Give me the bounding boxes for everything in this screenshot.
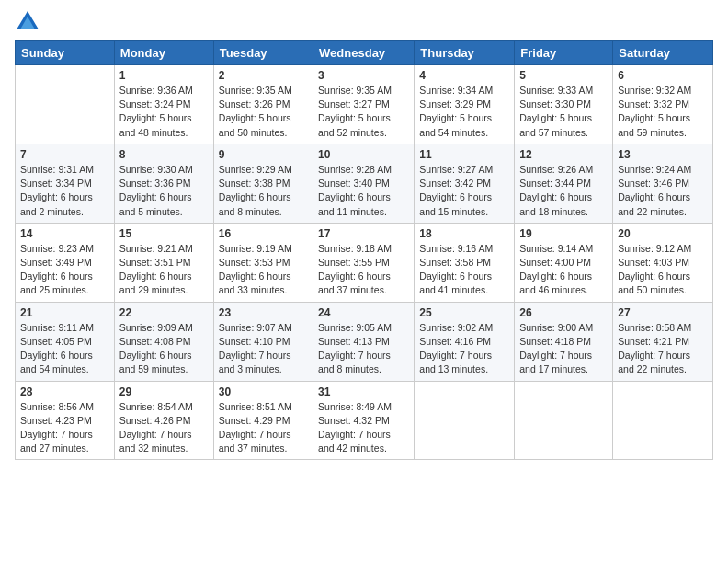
day-info: Sunrise: 9:00 AM Sunset: 4:18 PM Dayligh… [519,321,608,377]
calendar-cell: 27Sunrise: 8:58 AM Sunset: 4:21 PM Dayli… [613,302,713,381]
day-info: Sunrise: 9:33 AM Sunset: 3:30 PM Dayligh… [519,84,608,140]
day-info: Sunrise: 9:18 AM Sunset: 3:55 PM Dayligh… [318,242,409,298]
calendar-week-row: 7Sunrise: 9:31 AM Sunset: 3:34 PM Daylig… [16,144,713,223]
calendar-cell: 22Sunrise: 9:09 AM Sunset: 4:08 PM Dayli… [114,302,213,381]
day-info: Sunrise: 9:32 AM Sunset: 3:32 PM Dayligh… [618,84,708,140]
day-info: Sunrise: 9:23 AM Sunset: 3:49 PM Dayligh… [20,242,109,298]
calendar-cell: 31Sunrise: 8:49 AM Sunset: 4:32 PM Dayli… [313,381,415,460]
day-number: 10 [318,148,409,161]
day-number: 17 [318,227,409,240]
logo [15,9,44,35]
weekday-header-wednesday: Wednesday [313,41,415,65]
day-number: 23 [219,306,308,319]
day-number: 29 [119,385,209,398]
day-info: Sunrise: 9:27 AM Sunset: 3:42 PM Dayligh… [419,163,509,219]
day-number: 18 [419,227,509,240]
day-number: 4 [419,69,509,82]
day-number: 22 [119,306,209,319]
calendar-cell: 30Sunrise: 8:51 AM Sunset: 4:29 PM Dayli… [213,381,313,460]
day-number: 9 [219,148,308,161]
calendar-week-row: 28Sunrise: 8:56 AM Sunset: 4:23 PM Dayli… [16,381,713,460]
calendar-cell: 13Sunrise: 9:24 AM Sunset: 3:46 PM Dayli… [613,144,713,223]
day-info: Sunrise: 8:54 AM Sunset: 4:26 PM Dayligh… [119,400,209,456]
calendar-cell [613,381,713,460]
calendar-cell: 7Sunrise: 9:31 AM Sunset: 3:34 PM Daylig… [16,144,115,223]
weekday-header-tuesday: Tuesday [213,41,313,65]
weekday-header-monday: Monday [114,41,213,65]
day-info: Sunrise: 8:51 AM Sunset: 4:29 PM Dayligh… [219,400,308,456]
day-number: 30 [219,385,308,398]
day-info: Sunrise: 9:14 AM Sunset: 4:00 PM Dayligh… [519,242,608,298]
calendar-cell: 9Sunrise: 9:29 AM Sunset: 3:38 PM Daylig… [213,144,313,223]
day-number: 11 [419,148,509,161]
day-info: Sunrise: 9:16 AM Sunset: 3:58 PM Dayligh… [419,242,509,298]
calendar-cell [515,381,613,460]
calendar-header: SundayMondayTuesdayWednesdayThursdayFrid… [16,41,713,65]
day-number: 25 [419,306,509,319]
day-info: Sunrise: 9:07 AM Sunset: 4:10 PM Dayligh… [219,321,308,377]
calendar-cell: 16Sunrise: 9:19 AM Sunset: 3:53 PM Dayli… [213,223,313,302]
day-info: Sunrise: 9:19 AM Sunset: 3:53 PM Dayligh… [219,242,308,298]
day-number: 2 [219,69,308,82]
calendar-cell: 14Sunrise: 9:23 AM Sunset: 3:49 PM Dayli… [16,223,115,302]
calendar-table: SundayMondayTuesdayWednesdayThursdayFrid… [15,40,713,460]
calendar-cell: 20Sunrise: 9:12 AM Sunset: 4:03 PM Dayli… [613,223,713,302]
day-info: Sunrise: 9:35 AM Sunset: 3:26 PM Dayligh… [219,84,308,140]
day-number: 6 [618,69,708,82]
day-info: Sunrise: 9:02 AM Sunset: 4:16 PM Dayligh… [419,321,509,377]
day-number: 21 [20,306,109,319]
logo-icon [15,9,40,35]
weekday-header-row: SundayMondayTuesdayWednesdayThursdayFrid… [16,41,713,65]
weekday-header-sunday: Sunday [16,41,115,65]
calendar-cell: 29Sunrise: 8:54 AM Sunset: 4:26 PM Dayli… [114,381,213,460]
day-info: Sunrise: 9:30 AM Sunset: 3:36 PM Dayligh… [119,163,209,219]
calendar-week-row: 21Sunrise: 9:11 AM Sunset: 4:05 PM Dayli… [16,302,713,381]
day-info: Sunrise: 9:12 AM Sunset: 4:03 PM Dayligh… [618,242,708,298]
calendar-cell: 18Sunrise: 9:16 AM Sunset: 3:58 PM Dayli… [415,223,515,302]
calendar-cell [415,381,515,460]
calendar-cell: 1Sunrise: 9:36 AM Sunset: 3:24 PM Daylig… [114,65,213,144]
calendar-cell: 26Sunrise: 9:00 AM Sunset: 4:18 PM Dayli… [515,302,613,381]
day-number: 7 [20,148,109,161]
calendar-cell: 15Sunrise: 9:21 AM Sunset: 3:51 PM Dayli… [114,223,213,302]
calendar-cell: 3Sunrise: 9:35 AM Sunset: 3:27 PM Daylig… [313,65,415,144]
calendar-cell [16,65,115,144]
calendar-cell: 12Sunrise: 9:26 AM Sunset: 3:44 PM Dayli… [515,144,613,223]
calendar-cell: 8Sunrise: 9:30 AM Sunset: 3:36 PM Daylig… [114,144,213,223]
calendar-week-row: 1Sunrise: 9:36 AM Sunset: 3:24 PM Daylig… [16,65,713,144]
calendar-cell: 11Sunrise: 9:27 AM Sunset: 3:42 PM Dayli… [415,144,515,223]
header [15,9,713,35]
day-info: Sunrise: 9:29 AM Sunset: 3:38 PM Dayligh… [219,163,308,219]
day-info: Sunrise: 9:35 AM Sunset: 3:27 PM Dayligh… [318,84,409,140]
day-number: 31 [318,385,409,398]
day-number: 28 [20,385,109,398]
weekday-header-thursday: Thursday [415,41,515,65]
day-number: 16 [219,227,308,240]
calendar-cell: 4Sunrise: 9:34 AM Sunset: 3:29 PM Daylig… [415,65,515,144]
day-number: 20 [618,227,708,240]
day-info: Sunrise: 9:26 AM Sunset: 3:44 PM Dayligh… [519,163,608,219]
calendar-cell: 19Sunrise: 9:14 AM Sunset: 4:00 PM Dayli… [515,223,613,302]
day-info: Sunrise: 9:05 AM Sunset: 4:13 PM Dayligh… [318,321,409,377]
day-number: 24 [318,306,409,319]
day-number: 19 [519,227,608,240]
day-info: Sunrise: 9:28 AM Sunset: 3:40 PM Dayligh… [318,163,409,219]
calendar-cell: 2Sunrise: 9:35 AM Sunset: 3:26 PM Daylig… [213,65,313,144]
day-number: 1 [119,69,209,82]
day-info: Sunrise: 8:58 AM Sunset: 4:21 PM Dayligh… [618,321,708,377]
day-info: Sunrise: 9:24 AM Sunset: 3:46 PM Dayligh… [618,163,708,219]
page: SundayMondayTuesdayWednesdayThursdayFrid… [0,0,728,563]
day-number: 14 [20,227,109,240]
day-number: 15 [119,227,209,240]
calendar-cell: 24Sunrise: 9:05 AM Sunset: 4:13 PM Dayli… [313,302,415,381]
day-number: 5 [519,69,608,82]
day-info: Sunrise: 9:21 AM Sunset: 3:51 PM Dayligh… [119,242,209,298]
weekday-header-saturday: Saturday [613,41,713,65]
calendar-cell: 28Sunrise: 8:56 AM Sunset: 4:23 PM Dayli… [16,381,115,460]
day-info: Sunrise: 9:11 AM Sunset: 4:05 PM Dayligh… [20,321,109,377]
day-number: 27 [618,306,708,319]
calendar-body: 1Sunrise: 9:36 AM Sunset: 3:24 PM Daylig… [16,65,713,460]
day-info: Sunrise: 9:09 AM Sunset: 4:08 PM Dayligh… [119,321,209,377]
calendar-cell: 5Sunrise: 9:33 AM Sunset: 3:30 PM Daylig… [515,65,613,144]
day-info: Sunrise: 9:31 AM Sunset: 3:34 PM Dayligh… [20,163,109,219]
